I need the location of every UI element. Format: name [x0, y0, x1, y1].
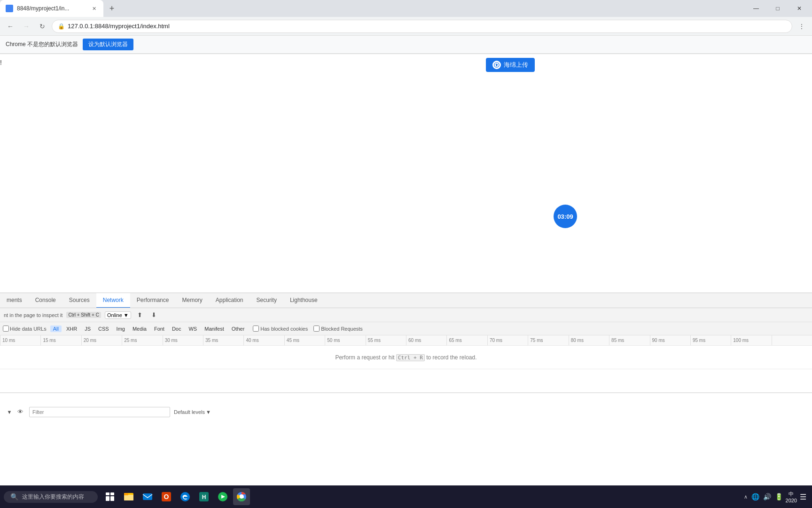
tab-performance[interactable]: Performance: [130, 293, 176, 308]
volume-icon[interactable]: 🔊: [763, 493, 771, 500]
power-icon[interactable]: 🔋: [775, 493, 783, 500]
filter-js-button[interactable]: JS: [82, 325, 94, 332]
taskbar-icon-office[interactable]: O: [158, 488, 175, 505]
hide-data-urls-label: Hide data URLs: [10, 326, 47, 332]
notification-center-icon[interactable]: ☰: [800, 492, 806, 501]
filter-img-button[interactable]: Img: [114, 325, 128, 332]
svg-rect-9: [143, 493, 152, 500]
taskbar-right: ∧ 🌐 🔊 🔋 中 2020 ☰: [744, 491, 812, 503]
filter-css-button[interactable]: CSS: [95, 325, 112, 332]
svg-rect-5: [110, 496, 114, 501]
filter-font-button[interactable]: Font: [151, 325, 167, 332]
notification-text: Chrome 不是您的默认浏览器: [6, 40, 78, 48]
tab-close-button[interactable]: ✕: [90, 5, 98, 12]
tick-30ms: 30 ms: [163, 335, 203, 345]
taskbar-icon-green-app[interactable]: H: [195, 488, 212, 505]
tick-80ms: 80 ms: [569, 335, 609, 345]
set-default-button[interactable]: 设为默认浏览器: [83, 39, 133, 50]
filter-other-button[interactable]: Other: [229, 325, 248, 332]
close-button[interactable]: ✕: [789, 1, 810, 16]
hide-data-urls-group: Hide data URLs: [3, 325, 47, 332]
window-controls: — □ ✕: [745, 1, 812, 16]
clock-date: 2020: [786, 498, 797, 503]
taskbar-icon-explorer[interactable]: [120, 488, 137, 505]
tick-20ms: 20 ms: [81, 335, 122, 345]
taskbar-icon-mail[interactable]: [139, 488, 156, 505]
filter-xhr-button[interactable]: XHR: [63, 325, 80, 332]
timer-badge: 03:09: [554, 205, 577, 228]
filter-all-button[interactable]: All: [50, 325, 62, 332]
default-levels-label: Default levels: [174, 409, 205, 415]
import-har-button[interactable]: ⬆: [135, 310, 145, 320]
tab-lighthouse[interactable]: Lighthouse: [283, 293, 324, 308]
filter-manifest-button[interactable]: Manifest: [202, 325, 227, 332]
blocked-requests-checkbox[interactable]: [313, 325, 320, 332]
eye-icon[interactable]: 👁: [15, 407, 25, 417]
online-selector[interactable]: Online ▼: [105, 311, 131, 319]
url-bar[interactable]: 🔒 127.0.0.1:8848/myproject1/index.html: [52, 20, 792, 33]
address-bar: ← → ↻ 🔒 127.0.0.1:8848/myproject1/index.…: [0, 17, 812, 36]
taskbar-search-text: 这里输入你要搜索的内容: [22, 493, 84, 501]
new-tab-button[interactable]: +: [105, 2, 118, 15]
has-blocked-cookies-group: Has blocked cookies: [253, 325, 308, 332]
tick-45ms: 45 ms: [284, 335, 325, 345]
blocked-requests-group: Blocked Requests: [313, 325, 363, 332]
tick-35ms: 35 ms: [203, 335, 243, 345]
filter-input[interactable]: [29, 407, 170, 417]
taskbar-icon-chrome[interactable]: [233, 488, 250, 505]
filter-row: Hide data URLs All XHR JS CSS Img Media …: [0, 322, 812, 335]
tab-favicon: [6, 5, 13, 12]
filter-doc-button[interactable]: Doc: [169, 325, 184, 332]
taskbar-app-icons: O H: [102, 488, 250, 505]
taskbar-icon-taskview[interactable]: [102, 488, 118, 505]
tick-90ms: 90 ms: [650, 335, 690, 345]
tab-network[interactable]: Network: [96, 293, 130, 308]
taskbar-search[interactable]: 🔍 这里输入你要搜索的内容: [4, 491, 98, 503]
default-levels-selector[interactable]: Default levels ▼: [174, 409, 211, 415]
export-har-button[interactable]: ⬇: [149, 310, 159, 320]
console-dropdown-button[interactable]: ▼: [6, 408, 13, 416]
tick-70ms: 70 ms: [487, 335, 528, 345]
minimize-button[interactable]: —: [745, 1, 767, 16]
upload-label: 海绵上传: [504, 61, 528, 69]
tab-bar: 8848/myproject1/in... ✕ + — □ ✕: [0, 0, 812, 17]
svg-rect-7: [124, 495, 133, 500]
back-button[interactable]: ←: [4, 20, 17, 33]
console-controls: ▼ 👁: [6, 407, 25, 417]
timeline-ruler: 10 ms 15 ms 20 ms 25 ms 30 ms 35 ms 40 m…: [0, 335, 812, 346]
tab-console[interactable]: Console: [29, 293, 62, 308]
hide-data-urls-checkbox[interactable]: [3, 325, 9, 332]
svg-rect-3: [110, 492, 114, 495]
maximize-button[interactable]: □: [767, 1, 789, 16]
taskbar-icon-edge[interactable]: [177, 488, 194, 505]
tab-memory[interactable]: Memory: [175, 293, 209, 308]
url-text: 127.0.0.1:8848/myproject1/index.html: [68, 23, 170, 30]
network-requests-area: [0, 369, 812, 393]
clock[interactable]: 中 2020: [786, 491, 797, 503]
filter-media-button[interactable]: Media: [130, 325, 149, 332]
inspect-hint: nt in the page to inspect it: [4, 312, 62, 318]
blocked-requests-label: Blocked Requests: [321, 326, 363, 332]
console-area: ▼ 👁 Default levels ▼: [0, 393, 812, 430]
tick-end: [772, 335, 812, 345]
taskbar-icon-media[interactable]: [214, 488, 231, 505]
devtools-tabs: ments Console Sources Network Performanc…: [0, 293, 812, 308]
tab-sources[interactable]: Sources: [62, 293, 96, 308]
forward-button[interactable]: →: [20, 20, 33, 33]
active-tab[interactable]: 8848/myproject1/in... ✕: [0, 0, 103, 17]
tab-security[interactable]: Security: [250, 293, 283, 308]
extensions-button[interactable]: ⋮: [795, 20, 808, 33]
network-icon[interactable]: 🌐: [751, 493, 759, 500]
tab-elements[interactable]: ments: [0, 293, 29, 308]
reload-button[interactable]: ↻: [36, 20, 49, 33]
chevron-up-icon[interactable]: ∧: [744, 494, 748, 500]
tick-25ms: 25 ms: [122, 335, 162, 345]
filter-ws-button[interactable]: WS: [186, 325, 200, 332]
taskbar-search-icon: 🔍: [10, 493, 18, 500]
tick-85ms: 85 ms: [609, 335, 649, 345]
has-blocked-cookies-checkbox[interactable]: [253, 325, 259, 332]
notification-bar: Chrome 不是您的默认浏览器 设为默认浏览器: [0, 36, 812, 54]
upload-button[interactable]: 海绵上传: [486, 58, 535, 72]
tick-95ms: 95 ms: [690, 335, 731, 345]
tab-application[interactable]: Application: [209, 293, 250, 308]
